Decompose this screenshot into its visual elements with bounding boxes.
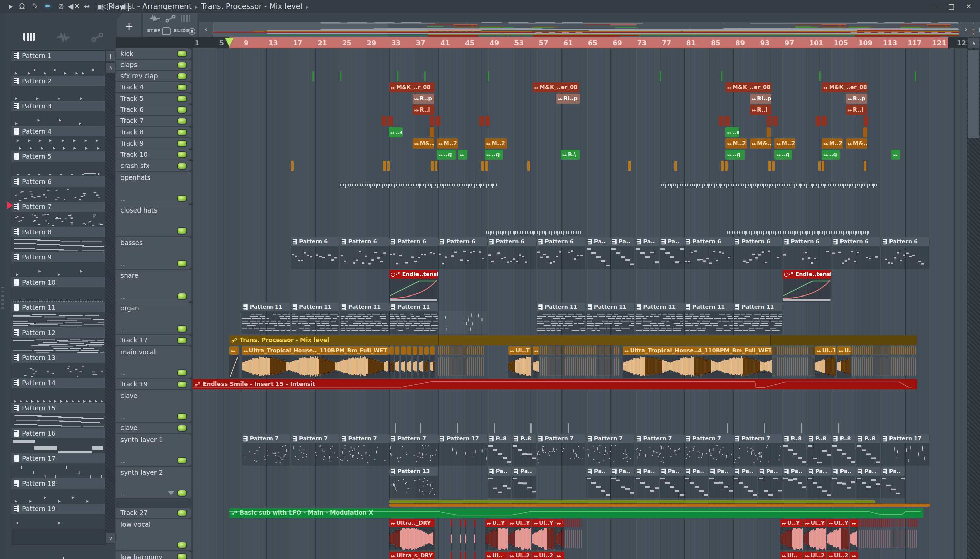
- pattern-clip[interactable]: Pa..: [783, 467, 806, 498]
- audio-clip[interactable]: ▸▸B.\: [561, 150, 580, 160]
- pattern-item-header[interactable]: Pattern 4: [12, 126, 105, 137]
- audio-clip[interactable]: ▸▸Ul..2: [508, 552, 531, 559]
- vertical-scroll-thumb[interactable]: [968, 50, 979, 138]
- track-lane[interactable]: Trans. Processor - Mix level: [192, 335, 967, 346]
- track-lane[interactable]: [192, 390, 967, 423]
- sliver-clip[interactable]: [721, 71, 722, 81]
- pattern-clip[interactable]: Pattern 7: [291, 434, 339, 466]
- mute-icon[interactable]: ◀✕: [67, 0, 80, 13]
- audio-clip[interactable]: ▸▸: [229, 346, 239, 378]
- audio-clip[interactable]: ▸▸..e: [725, 127, 740, 137]
- track-mute-led[interactable]: [177, 510, 187, 516]
- pattern-clip[interactable]: Pa..: [832, 467, 856, 498]
- track-header[interactable]: clave: [116, 423, 191, 433]
- vertical-scrollbar[interactable]: ∧: [967, 37, 980, 559]
- menu-arrow-icon[interactable]: ▸: [6, 0, 16, 13]
- audio-clip[interactable]: [481, 161, 484, 171]
- track-lane[interactable]: [192, 160, 967, 172]
- chopped-audio-region[interactable]: [438, 346, 484, 378]
- pattern-clip[interactable]: Pattern 6: [389, 237, 438, 269]
- pattern-clip[interactable]: Pattern 6: [340, 237, 388, 269]
- track-mute-led[interactable]: [177, 95, 187, 102]
- audio-track-icon[interactable]: [149, 14, 161, 25]
- audio-clip[interactable]: [864, 116, 868, 126]
- audio-clip[interactable]: [725, 161, 728, 171]
- track-lane[interactable]: [192, 48, 967, 60]
- pattern-clip[interactable]: Pattern 11: [684, 303, 733, 334]
- track-header[interactable]: Track 4: [116, 82, 191, 93]
- audio-clip[interactable]: ▸▸M&..: [413, 138, 434, 149]
- pattern-clip[interactable]: Pa..: [635, 467, 659, 498]
- audio-clip[interactable]: [822, 116, 827, 126]
- pattern-item-header[interactable]: Pattern 6: [12, 177, 105, 187]
- track-lane[interactable]: ▸▸▸▸Ultra_Tropical_House.._110BPM_Bm_Ful…: [192, 346, 967, 379]
- pattern-item[interactable]: Pattern 2: [12, 76, 105, 101]
- magnet-icon[interactable]: Ω: [16, 0, 28, 13]
- sliver-clip[interactable]: [312, 71, 314, 81]
- pattern-item-header[interactable]: Pattern 1: [12, 51, 105, 61]
- audio-clip[interactable]: ▸▸M..2: [484, 138, 507, 149]
- track-header[interactable]: organ...: [116, 302, 191, 334]
- track-mute-led[interactable]: [177, 293, 187, 299]
- audio-clip[interactable]: ▸▸M&K_..er_08: [822, 82, 867, 93]
- track-header[interactable]: synth layer 2...: [116, 466, 191, 498]
- audio-clip[interactable]: ▸▸..g: [774, 150, 792, 160]
- audio-clip[interactable]: [485, 161, 488, 171]
- audio-clip[interactable]: ▸▸Ul..: [780, 552, 803, 559]
- track-header[interactable]: low vocal...: [116, 519, 191, 551]
- sliver-clip[interactable]: [420, 423, 421, 433]
- audio-clip[interactable]: ▸▸: [555, 552, 564, 559]
- track-header[interactable]: basses...: [116, 237, 191, 269]
- track-mute-led[interactable]: [177, 413, 187, 420]
- pattern-clip[interactable]: Pa..: [610, 237, 634, 269]
- audio-clip[interactable]: ▸▸Ul..2: [803, 552, 826, 559]
- audio-clip[interactable]: [451, 519, 452, 551]
- pattern-clip[interactable]: Pa..: [586, 467, 610, 498]
- pattern-scroll-button[interactable]: ❙: [106, 51, 115, 61]
- draw-icon[interactable]: ✎: [28, 0, 41, 13]
- audio-clip[interactable]: ▸▸..e: [389, 127, 403, 137]
- pattern-item[interactable]: Pattern 9: [12, 252, 105, 277]
- track-header[interactable]: main vocal...: [116, 346, 191, 378]
- pattern-item[interactable]: Pattern 18: [12, 478, 105, 504]
- pattern-clip[interactable]: Pa..: [758, 467, 782, 498]
- automation-clip[interactable]: Basic sub with LFO - Main - Modulation X: [229, 508, 923, 518]
- pattern-clip[interactable]: Pa..: [807, 467, 831, 498]
- audio-clip[interactable]: ▸▸M..2: [822, 138, 842, 149]
- sliver-clip[interactable]: [457, 423, 458, 433]
- sliver-clip[interactable]: [340, 71, 341, 81]
- chopped-audio-region[interactable]: [541, 346, 620, 378]
- pattern-clip[interactable]: Pa..: [610, 467, 634, 498]
- track-lane[interactable]: Pattern 6Pattern 6Pattern 6Pattern 6Patt…: [192, 237, 967, 270]
- sliver-clip[interactable]: [660, 71, 661, 81]
- track-mute-led[interactable]: [177, 84, 187, 91]
- sliver-clip[interactable]: [727, 423, 728, 433]
- track-lane[interactable]: [192, 116, 967, 127]
- minimize-button[interactable]: —: [926, 0, 942, 13]
- track-lane[interactable]: [192, 172, 967, 204]
- pattern-clip[interactable]: Pattern 6: [488, 237, 536, 269]
- audio-clip[interactable]: [725, 116, 730, 126]
- audio-clip[interactable]: ▸▸U..: [837, 346, 851, 378]
- piano-icon[interactable]: [181, 15, 190, 22]
- audio-clip[interactable]: ▸▸M..2: [725, 138, 747, 149]
- pattern-item[interactable]: Pattern 19: [12, 504, 105, 529]
- pattern-clip[interactable]: Pattern 6: [832, 237, 880, 269]
- track-mute-led[interactable]: [177, 542, 187, 549]
- pattern-clip[interactable]: Pa..: [684, 467, 708, 498]
- slide-toggle[interactable]: [189, 28, 195, 35]
- sliver-clip[interactable]: [915, 71, 916, 81]
- track-header[interactable]: Track 19: [116, 379, 191, 389]
- pattern-preview-region[interactable]: [438, 311, 487, 334]
- playlist-minimap[interactable]: [213, 22, 980, 37]
- pattern-item-header[interactable]: Pattern 11: [12, 302, 105, 313]
- audio-clip[interactable]: ▸▸Ri..p: [750, 94, 771, 104]
- track-mute-led[interactable]: [177, 381, 187, 388]
- pattern-item-header[interactable]: Pattern 12: [12, 327, 105, 338]
- sliver-clip[interactable]: [395, 423, 396, 433]
- audio-clip[interactable]: [418, 346, 423, 378]
- pattern-item[interactable]: Pattern 14: [12, 378, 105, 403]
- sliver-clip[interactable]: [838, 423, 839, 433]
- pattern-item-header[interactable]: Pattern 18: [12, 478, 105, 489]
- track-lane[interactable]: Endless Smile - Insert 15 - Intensit: [192, 379, 967, 390]
